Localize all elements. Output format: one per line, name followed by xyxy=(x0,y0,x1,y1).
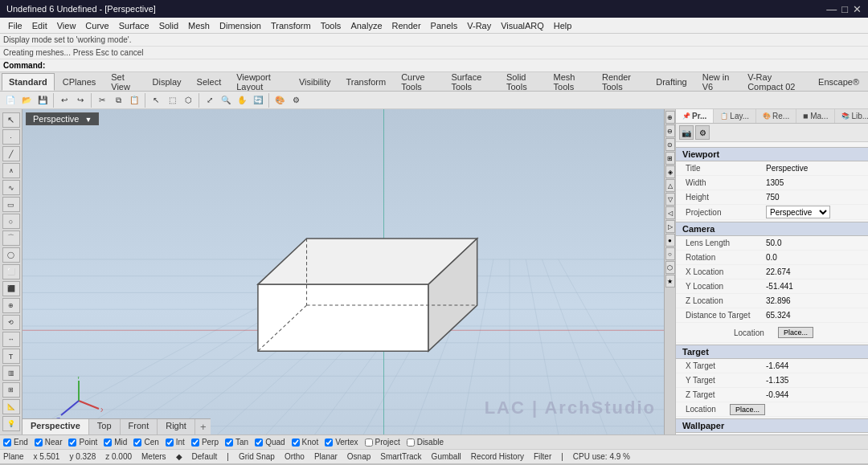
snap-check-project[interactable] xyxy=(365,438,373,447)
menu-item-tools[interactable]: Tools xyxy=(316,19,346,32)
snap-check-int[interactable] xyxy=(166,438,174,447)
mini-tool-1[interactable]: ⊕ xyxy=(665,111,675,124)
menu-item-file[interactable]: File xyxy=(3,19,27,32)
menu-item-curve[interactable]: Curve xyxy=(80,19,113,32)
toolbar-tab-new-in-v6[interactable]: New in V6 xyxy=(695,73,739,91)
snap-check-disable[interactable] xyxy=(407,438,415,447)
toolbar-tab-transform[interactable]: Transform xyxy=(338,73,393,91)
toolbar-tab-solid-tools[interactable]: Solid Tools xyxy=(499,73,546,91)
mini-tool-8[interactable]: ◁ xyxy=(665,206,675,219)
toolbar-tab-v-ray-compact-02[interactable]: V-Ray Compact 02 xyxy=(740,73,810,91)
zoom-extents-icon[interactable]: ⤢ xyxy=(203,93,217,108)
snap-check-mid[interactable] xyxy=(104,438,112,447)
camera-icon[interactable]: 📷 xyxy=(679,125,694,140)
mini-tool-11[interactable]: ○ xyxy=(665,247,675,260)
toolbar-tab-render-tools[interactable]: Render Tools xyxy=(595,73,648,91)
snap-check-cen[interactable] xyxy=(133,438,141,447)
save-icon[interactable]: 💾 xyxy=(35,93,50,108)
toolbar-tab-visibility[interactable]: Visibility xyxy=(292,73,338,91)
select-icon[interactable]: ↖ xyxy=(149,93,163,108)
toolbar-tab-mesh-tools[interactable]: Mesh Tools xyxy=(547,73,594,91)
text-tool[interactable]: T xyxy=(2,349,20,364)
menu-item-mesh[interactable]: Mesh xyxy=(183,19,215,32)
select-tool[interactable]: ↖ xyxy=(2,112,20,128)
menu-item-transform[interactable]: Transform xyxy=(266,19,316,32)
maximize-button[interactable]: □ xyxy=(841,3,848,15)
snap-check-vertex[interactable] xyxy=(325,438,333,447)
mini-tool-12[interactable]: ⬡ xyxy=(665,261,675,274)
menu-item-surface[interactable]: Surface xyxy=(114,19,154,32)
menu-item-visualarq[interactable]: VisualARQ xyxy=(496,19,549,32)
mini-tool-2[interactable]: ⊖ xyxy=(665,124,675,137)
titlebar-controls[interactable]: — □ ✕ xyxy=(826,3,862,15)
render-tool[interactable]: 💡 xyxy=(2,416,20,431)
snap-check-knot[interactable] xyxy=(292,438,300,447)
pan-icon[interactable]: ✋ xyxy=(235,93,249,108)
toolbar-tab-enscape®[interactable]: Enscape® xyxy=(811,73,866,91)
mesh-tool[interactable]: ⊞ xyxy=(2,382,20,398)
zoom-in-icon[interactable]: 🔍 xyxy=(219,93,233,108)
tab-materials[interactable]: ◼ Ma... xyxy=(796,109,835,123)
menu-item-dimension[interactable]: Dimension xyxy=(215,19,266,32)
render-icon[interactable]: 🎨 xyxy=(272,93,287,108)
arc-tool[interactable]: ⌒ xyxy=(2,230,20,246)
toolbar-tab-viewport-layout[interactable]: Viewport Layout xyxy=(229,73,291,91)
toolbar-tab-set-view[interactable]: Set View xyxy=(104,73,144,91)
paste-icon[interactable]: 📋 xyxy=(127,93,141,108)
options-icon[interactable]: ⚙ xyxy=(289,93,303,108)
viewport-tab-add[interactable]: + xyxy=(195,419,211,434)
place-target-button[interactable]: Place... xyxy=(730,404,765,415)
mini-tool-7[interactable]: ▽ xyxy=(665,193,675,206)
line-tool[interactable]: ╱ xyxy=(2,146,20,161)
menu-item-view[interactable]: View xyxy=(52,19,81,32)
menu-item-analyze[interactable]: Analyze xyxy=(346,19,387,32)
place-camera-button[interactable]: Place... xyxy=(778,327,813,338)
snap-check-perp[interactable] xyxy=(191,438,199,447)
undo-icon[interactable]: ↩ xyxy=(57,93,72,108)
point-tool[interactable]: · xyxy=(2,129,20,145)
mini-tool-4[interactable]: ⊞ xyxy=(665,152,675,165)
filename-browse-button[interactable]: … xyxy=(853,434,865,435)
mini-tool-9[interactable]: ▷ xyxy=(665,220,675,233)
prop-projection-select[interactable]: Perspective Parallel xyxy=(766,206,830,218)
menu-item-edit[interactable]: Edit xyxy=(27,19,52,32)
circle-tool[interactable]: ○ xyxy=(2,214,20,229)
copy-icon[interactable]: ⧉ xyxy=(111,93,125,108)
boolean-tool[interactable]: ⊕ xyxy=(2,298,20,313)
cut-icon[interactable]: ✂ xyxy=(95,93,109,108)
snap-check-point[interactable] xyxy=(68,438,76,447)
dimension-tool[interactable]: ↔ xyxy=(2,332,20,347)
ellipse-tool[interactable]: ◯ xyxy=(2,247,20,263)
rotate-view-icon[interactable]: 🔄 xyxy=(251,93,265,108)
tab-properties[interactable]: 📌 Pr... xyxy=(676,109,714,123)
toolbar-tab-drafting[interactable]: Drafting xyxy=(649,73,694,91)
snap-check-quad[interactable] xyxy=(255,438,263,447)
lasso-icon[interactable]: ⬡ xyxy=(181,93,195,108)
mini-tool-6[interactable]: △ xyxy=(665,179,675,192)
viewport-area[interactable]: Perspective ▼ xyxy=(23,109,664,434)
toolbar-tab-surface-tools[interactable]: Surface Tools xyxy=(444,73,498,91)
menu-item-solid[interactable]: Solid xyxy=(154,19,183,32)
tab-libraries[interactable]: 📚 Lib... xyxy=(835,109,868,123)
extrude-tool[interactable]: ⬛ xyxy=(2,281,20,296)
viewport-tab-top[interactable]: Top xyxy=(89,419,121,434)
open-icon[interactable]: 📂 xyxy=(19,93,34,108)
menu-item-help[interactable]: Help xyxy=(549,19,577,32)
mini-tool-13[interactable]: ★ xyxy=(665,275,675,288)
toolbar-tab-select[interactable]: Select xyxy=(190,73,229,91)
viewport-label[interactable]: Perspective ▼ xyxy=(26,112,99,125)
hatch-tool[interactable]: ▥ xyxy=(2,365,20,381)
mini-tool-3[interactable]: ⊙ xyxy=(665,138,675,151)
viewport-tab-perspective[interactable]: Perspective xyxy=(23,419,89,434)
toolbar-tab-standard[interactable]: Standard xyxy=(2,73,55,91)
toolbar-tab-cplanes[interactable]: CPlanes xyxy=(55,73,104,91)
transform-tool[interactable]: ⟲ xyxy=(2,315,20,330)
close-button[interactable]: ✕ xyxy=(853,3,862,15)
new-icon[interactable]: 📄 xyxy=(3,93,18,108)
window-select-icon[interactable]: ⬚ xyxy=(165,93,179,108)
analyze-tool[interactable]: 📐 xyxy=(2,399,20,414)
settings-icon[interactable]: ⚙ xyxy=(695,125,710,140)
menu-item-panels[interactable]: Panels xyxy=(426,19,463,32)
toolbar-tab-curve-tools[interactable]: Curve Tools xyxy=(394,73,443,91)
minimize-button[interactable]: — xyxy=(826,3,837,15)
